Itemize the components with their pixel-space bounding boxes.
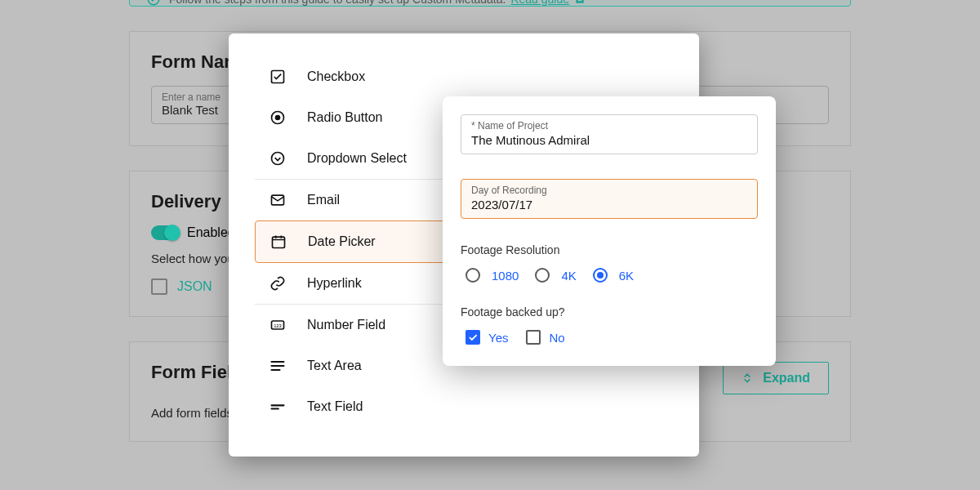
checkbox-no-label: No — [549, 331, 564, 345]
calendar-icon — [270, 234, 287, 250]
checkbox-no[interactable] — [526, 330, 541, 345]
info-text: Follow the steps from this guide to easi… — [169, 0, 506, 6]
textfield-icon — [270, 399, 286, 415]
menu-item-checkbox[interactable]: Checkbox — [255, 56, 673, 97]
project-name-field[interactable]: * Name of Project The Mutinous Admiral — [461, 114, 758, 154]
checkbox-yes-label: Yes — [488, 331, 508, 345]
menu-item-textfield[interactable]: Text Field — [255, 386, 673, 427]
json-label: JSON — [177, 279, 212, 294]
email-icon — [270, 192, 286, 208]
project-name-label: * Name of Project — [471, 120, 747, 131]
checkbox-icon — [270, 69, 286, 85]
external-link-icon — [574, 0, 586, 5]
dropdown-icon — [270, 150, 286, 167]
recording-date-value: 2023/07/17 — [471, 198, 747, 212]
radio-6k-label: 6K — [619, 269, 634, 283]
checkbox-yes[interactable] — [466, 330, 480, 345]
resolution-radio-group: 1080 4K 6K — [461, 268, 758, 283]
radio-1080-label: 1080 — [492, 269, 519, 283]
svg-text:123: 123 — [274, 323, 282, 328]
info-banner: Follow the steps from this guide to easi… — [129, 0, 851, 7]
project-name-value: The Mutinous Admiral — [471, 133, 747, 147]
radio-4k[interactable] — [535, 268, 550, 283]
backup-checkbox-group: Yes No — [461, 330, 758, 345]
check-icon — [467, 332, 479, 343]
radio-4k-label: 4K — [561, 269, 576, 283]
svg-point-4 — [272, 153, 284, 165]
info-link[interactable]: Read guide — [510, 0, 594, 6]
svg-rect-6 — [273, 237, 285, 247]
chevron-expand-icon — [742, 371, 753, 385]
svg-point-3 — [275, 115, 281, 121]
recording-date-field[interactable]: Day of Recording 2023/07/17 — [461, 179, 758, 219]
number-icon: 123 — [270, 317, 286, 333]
radio-icon — [270, 109, 286, 126]
resolution-label: Footage Resolution — [461, 243, 758, 256]
check-circle-icon — [146, 0, 161, 7]
backup-label: Footage backed up? — [461, 305, 758, 318]
link-icon — [270, 275, 286, 292]
expand-button[interactable]: Expand — [723, 362, 829, 394]
delivery-toggle[interactable] — [151, 225, 179, 240]
recording-date-label: Day of Recording — [471, 185, 747, 196]
preview-panel: * Name of Project The Mutinous Admiral D… — [443, 96, 776, 366]
radio-6k[interactable] — [593, 268, 608, 283]
toggle-label: Enabled — [187, 225, 235, 240]
textarea-icon — [270, 358, 286, 374]
svg-point-0 — [148, 0, 159, 5]
radio-1080[interactable] — [466, 268, 480, 283]
json-checkbox[interactable] — [151, 278, 167, 295]
